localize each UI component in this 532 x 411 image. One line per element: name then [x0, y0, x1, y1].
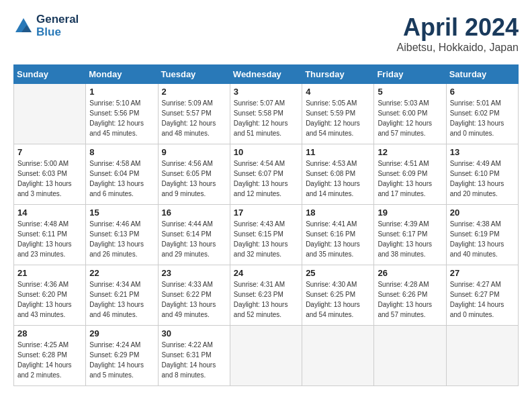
day-info: Sunrise: 4:31 AMSunset: 6:23 PMDaylight:…: [234, 279, 298, 320]
day-info: Sunrise: 5:05 AMSunset: 5:59 PMDaylight:…: [306, 98, 370, 138]
day-number: 28: [17, 328, 82, 338]
day-number: 30: [162, 328, 226, 338]
location-title: Aibetsu, Hokkaido, Japan: [397, 42, 519, 54]
title-area: April 2024 Aibetsu, Hokkaido, Japan: [397, 13, 519, 54]
calendar-cell: 21Sunrise: 4:36 AMSunset: 6:20 PMDayligh…: [14, 265, 86, 326]
day-info: Sunrise: 4:43 AMSunset: 6:15 PMDaylight:…: [234, 219, 298, 259]
calendar-cell: 22Sunrise: 4:34 AMSunset: 6:21 PMDayligh…: [86, 265, 158, 326]
day-info: Sunrise: 4:24 AMSunset: 6:29 PMDaylight:…: [89, 340, 154, 380]
weekday-header: Sunday: [14, 65, 86, 84]
day-number: 29: [89, 328, 154, 338]
weekday-header: Saturday: [446, 65, 518, 84]
calendar-cell: 13Sunrise: 4:49 AMSunset: 6:10 PMDayligh…: [446, 144, 518, 205]
calendar-cell: 26Sunrise: 4:28 AMSunset: 6:26 PMDayligh…: [374, 265, 446, 326]
day-number: 9: [162, 147, 226, 157]
weekday-header-row: SundayMondayTuesdayWednesdayThursdayFrid…: [14, 65, 519, 84]
day-number: 20: [450, 208, 515, 218]
calendar-cell: 14Sunrise: 4:48 AMSunset: 6:11 PMDayligh…: [14, 205, 86, 265]
day-number: 19: [378, 208, 442, 218]
calendar-week-row: 28Sunrise: 4:25 AMSunset: 6:28 PMDayligh…: [14, 326, 519, 386]
day-number: 23: [162, 268, 226, 278]
day-number: 7: [17, 147, 82, 157]
logo-blue: Blue: [36, 26, 79, 39]
calendar-cell: 8Sunrise: 4:58 AMSunset: 6:04 PMDaylight…: [86, 144, 158, 205]
logo-icon: [13, 16, 34, 36]
day-info: Sunrise: 4:44 AMSunset: 6:14 PMDaylight:…: [162, 219, 226, 259]
calendar-cell: 27Sunrise: 4:27 AMSunset: 6:27 PMDayligh…: [446, 265, 518, 326]
calendar-cell: 3Sunrise: 5:07 AMSunset: 5:58 PMDaylight…: [230, 84, 302, 144]
day-info: Sunrise: 5:10 AMSunset: 5:56 PMDaylight:…: [89, 98, 154, 138]
day-number: 15: [89, 208, 154, 218]
calendar-cell: 9Sunrise: 4:56 AMSunset: 6:05 PMDaylight…: [158, 144, 230, 205]
day-number: 17: [234, 208, 298, 218]
calendar-cell: 17Sunrise: 4:43 AMSunset: 6:15 PMDayligh…: [230, 205, 302, 265]
day-info: Sunrise: 4:56 AMSunset: 6:05 PMDaylight:…: [162, 158, 226, 199]
day-number: 1: [89, 87, 154, 97]
calendar-cell: 11Sunrise: 4:53 AMSunset: 6:08 PMDayligh…: [302, 144, 374, 205]
day-number: 13: [450, 147, 515, 157]
calendar-cell: [14, 84, 86, 144]
day-number: 24: [234, 268, 298, 278]
calendar-cell: 15Sunrise: 4:46 AMSunset: 6:13 PMDayligh…: [86, 205, 158, 265]
calendar-cell: [446, 326, 518, 386]
calendar-cell: [302, 326, 374, 386]
day-info: Sunrise: 4:28 AMSunset: 6:26 PMDaylight:…: [378, 279, 442, 320]
day-number: 2: [162, 87, 226, 97]
day-info: Sunrise: 5:01 AMSunset: 6:02 PMDaylight:…: [450, 98, 515, 138]
day-number: 18: [306, 208, 370, 218]
day-info: Sunrise: 5:03 AMSunset: 6:00 PMDaylight:…: [378, 98, 442, 138]
weekday-header: Wednesday: [230, 65, 302, 84]
day-number: 16: [162, 208, 226, 218]
day-info: Sunrise: 4:49 AMSunset: 6:10 PMDaylight:…: [450, 158, 515, 199]
calendar-week-row: 1Sunrise: 5:10 AMSunset: 5:56 PMDaylight…: [14, 84, 519, 144]
day-info: Sunrise: 4:46 AMSunset: 6:13 PMDaylight:…: [89, 219, 154, 259]
calendar-cell: 24Sunrise: 4:31 AMSunset: 6:23 PMDayligh…: [230, 265, 302, 326]
weekday-header: Tuesday: [158, 65, 230, 84]
calendar-cell: 19Sunrise: 4:39 AMSunset: 6:17 PMDayligh…: [374, 205, 446, 265]
day-info: Sunrise: 4:22 AMSunset: 6:31 PMDaylight:…: [162, 340, 226, 380]
day-number: 22: [89, 268, 154, 278]
day-info: Sunrise: 4:53 AMSunset: 6:08 PMDaylight:…: [306, 158, 370, 199]
day-info: Sunrise: 4:38 AMSunset: 6:19 PMDaylight:…: [450, 219, 515, 259]
day-info: Sunrise: 4:33 AMSunset: 6:22 PMDaylight:…: [162, 279, 226, 320]
weekday-header: Thursday: [302, 65, 374, 84]
day-number: 3: [234, 87, 298, 97]
calendar-cell: 18Sunrise: 4:41 AMSunset: 6:16 PMDayligh…: [302, 205, 374, 265]
day-info: Sunrise: 4:25 AMSunset: 6:28 PMDaylight:…: [17, 340, 82, 380]
calendar-cell: 12Sunrise: 4:51 AMSunset: 6:09 PMDayligh…: [374, 144, 446, 205]
day-info: Sunrise: 4:34 AMSunset: 6:21 PMDaylight:…: [89, 279, 154, 320]
day-info: Sunrise: 4:48 AMSunset: 6:11 PMDaylight:…: [17, 219, 82, 259]
day-number: 21: [17, 268, 82, 278]
day-info: Sunrise: 4:27 AMSunset: 6:27 PMDaylight:…: [450, 279, 515, 320]
calendar-table: SundayMondayTuesdayWednesdayThursdayFrid…: [13, 64, 519, 386]
calendar-cell: 4Sunrise: 5:05 AMSunset: 5:59 PMDaylight…: [302, 84, 374, 144]
calendar-cell: 29Sunrise: 4:24 AMSunset: 6:29 PMDayligh…: [86, 326, 158, 386]
day-number: 6: [450, 87, 515, 97]
day-number: 11: [306, 147, 370, 157]
day-number: 5: [378, 87, 442, 97]
day-info: Sunrise: 5:07 AMSunset: 5:58 PMDaylight:…: [234, 98, 298, 138]
day-number: 10: [234, 147, 298, 157]
calendar-cell: [374, 326, 446, 386]
calendar-cell: 2Sunrise: 5:09 AMSunset: 5:57 PMDaylight…: [158, 84, 230, 144]
logo: General Blue: [13, 13, 79, 38]
calendar-week-row: 21Sunrise: 4:36 AMSunset: 6:20 PMDayligh…: [14, 265, 519, 326]
calendar-cell: [230, 326, 302, 386]
day-info: Sunrise: 4:36 AMSunset: 6:20 PMDaylight:…: [17, 279, 82, 320]
month-title: April 2024: [397, 13, 519, 42]
day-info: Sunrise: 4:39 AMSunset: 6:17 PMDaylight:…: [378, 219, 442, 259]
day-info: Sunrise: 4:58 AMSunset: 6:04 PMDaylight:…: [89, 158, 154, 199]
calendar-cell: 25Sunrise: 4:30 AMSunset: 6:25 PMDayligh…: [302, 265, 374, 326]
day-info: Sunrise: 5:00 AMSunset: 6:03 PMDaylight:…: [17, 158, 82, 199]
day-number: 26: [378, 268, 442, 278]
day-number: 4: [306, 87, 370, 97]
weekday-header: Monday: [86, 65, 158, 84]
calendar-cell: 6Sunrise: 5:01 AMSunset: 6:02 PMDaylight…: [446, 84, 518, 144]
day-info: Sunrise: 5:09 AMSunset: 5:57 PMDaylight:…: [162, 98, 226, 138]
calendar-cell: 30Sunrise: 4:22 AMSunset: 6:31 PMDayligh…: [158, 326, 230, 386]
day-info: Sunrise: 4:41 AMSunset: 6:16 PMDaylight:…: [306, 219, 370, 259]
calendar-cell: 5Sunrise: 5:03 AMSunset: 6:00 PMDaylight…: [374, 84, 446, 144]
day-number: 8: [89, 147, 154, 157]
weekday-header: Friday: [374, 65, 446, 84]
day-number: 12: [378, 147, 442, 157]
